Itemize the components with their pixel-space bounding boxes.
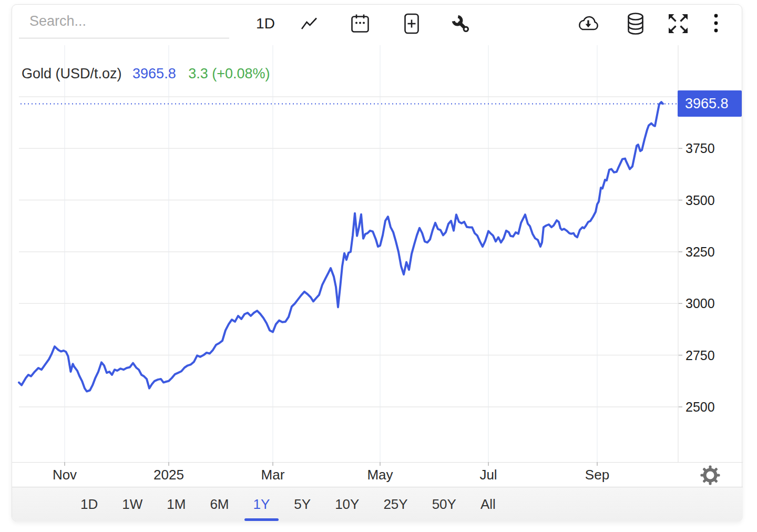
x-axis-label: Jul [452, 462, 525, 488]
x-axis-label: Sep [560, 462, 634, 488]
range-option-5y[interactable]: 5Y [294, 496, 311, 513]
legend-change: 3.3 (+0.08%) [188, 66, 270, 81]
toolbar: 1D [12, 5, 742, 45]
date-range-button[interactable] [347, 5, 373, 43]
more-options-button[interactable] [707, 5, 725, 43]
calendar-icon [351, 14, 370, 34]
y-axis-label: 2750 [686, 347, 715, 363]
line-chart-icon [301, 16, 319, 31]
range-option-all[interactable]: All [480, 496, 496, 513]
range-option-1y[interactable]: 1Y [253, 496, 270, 513]
x-axis-label: Mar [236, 462, 310, 488]
chart-widget-card: 1D [12, 4, 742, 521]
range-option-10y[interactable]: 10Y [335, 496, 359, 513]
compare-add-button[interactable] [399, 5, 424, 43]
search-input[interactable] [19, 7, 229, 38]
wrench-icon [452, 15, 469, 33]
range-option-1m[interactable]: 1M [167, 496, 186, 513]
range-option-6m[interactable]: 6M [210, 496, 229, 513]
settings-button[interactable] [700, 465, 721, 486]
y-axis-label: 3500 [686, 192, 715, 208]
cloud-download-icon [576, 14, 600, 33]
gear-icon [700, 465, 720, 487]
download-button[interactable] [575, 5, 601, 43]
price-chart[interactable] [19, 45, 683, 466]
interval-button[interactable]: 1D [250, 5, 281, 43]
legend-price: 3965.8 [132, 66, 176, 81]
y-axis-label: 3750 [686, 140, 715, 156]
tools-button[interactable] [448, 5, 473, 43]
range-option-50y[interactable]: 50Y [432, 496, 456, 513]
chart-type-button[interactable] [297, 5, 322, 43]
x-axis-label: May [343, 462, 417, 488]
chart-legend: Gold (USD/t.oz) 3965.8 3.3 (+0.08%) [22, 66, 270, 82]
last-price-badge: 3965.8 [678, 90, 742, 117]
x-axis: Nov2025MarMayJulSep [19, 462, 679, 487]
fullscreen-button[interactable] [665, 5, 691, 43]
range-option-1d[interactable]: 1D [80, 496, 98, 513]
y-axis-label: 2500 [686, 399, 715, 415]
range-option-25y[interactable]: 25Y [383, 496, 407, 513]
data-sources-button[interactable] [623, 5, 648, 43]
database-icon [626, 13, 645, 35]
fullscreen-icon [667, 13, 689, 35]
add-compare-icon [403, 13, 421, 34]
x-axis-label: Nov [28, 462, 101, 488]
y-axis-label: 3250 [686, 244, 715, 260]
range-option-1w[interactable]: 1W [122, 496, 142, 513]
y-axis-label: 3000 [686, 295, 715, 311]
legend-title: Gold (USD/t.oz) [22, 66, 122, 81]
x-axis-label: 2025 [132, 462, 206, 488]
kebab-menu-icon [713, 12, 719, 35]
range-selector: 1D1W1M6M1Y5Y10Y25Y50YAll [12, 487, 743, 521]
